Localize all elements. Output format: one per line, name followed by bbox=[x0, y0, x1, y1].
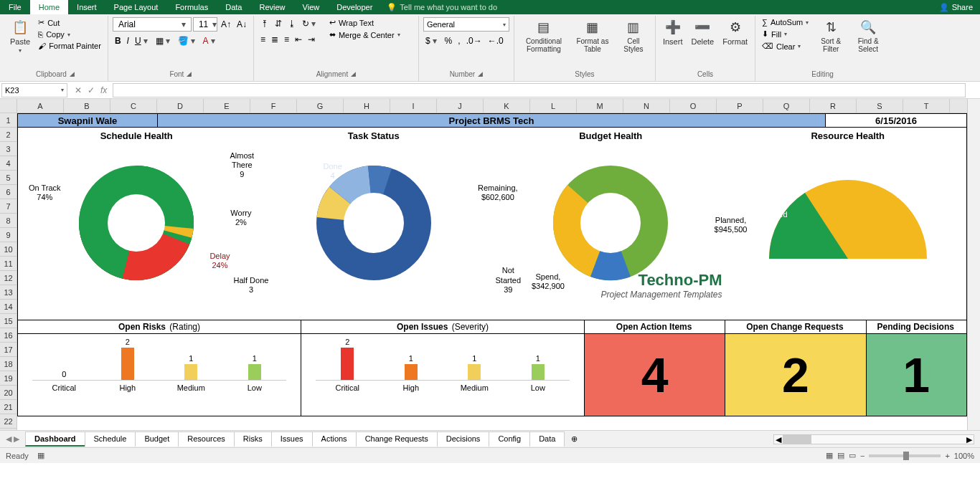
column-header[interactable]: E bbox=[204, 99, 250, 113]
align-top-button[interactable]: ⭱ bbox=[258, 17, 271, 30]
view-page-layout-button[interactable]: ▤ bbox=[837, 451, 844, 460]
sheet-tab[interactable]: Data bbox=[529, 431, 565, 447]
column-header[interactable]: H bbox=[344, 99, 390, 113]
align-bottom-button[interactable]: ⭳ bbox=[286, 17, 298, 30]
format-painter-button[interactable]: 🖌Format Painter bbox=[36, 41, 103, 51]
format-as-table-button[interactable]: ▦Format as Table bbox=[572, 17, 613, 54]
column-header[interactable]: G bbox=[297, 99, 344, 113]
autosum-button[interactable]: ∑AutoSum▾ bbox=[760, 17, 811, 27]
clear-button[interactable]: ⌫Clear▾ bbox=[760, 41, 811, 52]
fill-button[interactable]: ⬇Fill▾ bbox=[760, 29, 811, 39]
tab-data[interactable]: Data bbox=[217, 0, 250, 14]
dialog-launcher-icon[interactable]: ◢ bbox=[70, 70, 75, 78]
row-header[interactable]: 16 bbox=[0, 328, 17, 343]
row-header[interactable]: 18 bbox=[0, 357, 17, 371]
row-header[interactable]: 17 bbox=[0, 343, 17, 357]
column-header[interactable]: C bbox=[110, 99, 157, 113]
tab-review[interactable]: Review bbox=[250, 0, 293, 14]
sheet-tab[interactable]: Issues bbox=[271, 431, 313, 447]
decrease-indent-button[interactable]: ⇤ bbox=[293, 33, 304, 46]
font-name-select[interactable]: Arial▾ bbox=[113, 17, 192, 32]
cut-button[interactable]: ✂Cut bbox=[36, 17, 103, 28]
sheet-tab[interactable]: Decisions bbox=[437, 431, 490, 447]
new-sheet-button[interactable]: ⊕ bbox=[564, 434, 585, 444]
row-header[interactable]: 5 bbox=[0, 171, 17, 185]
row-header[interactable]: 20 bbox=[0, 386, 17, 400]
column-header[interactable]: L bbox=[530, 99, 577, 113]
find-select-button[interactable]: 🔍Find & Select bbox=[851, 17, 885, 54]
underline-button[interactable]: U▾ bbox=[133, 34, 152, 47]
column-header[interactable]: F bbox=[250, 99, 297, 113]
number-format-select[interactable]: General▾ bbox=[423, 17, 509, 32]
increase-decimal-button[interactable]: .0→ bbox=[464, 34, 484, 47]
zoom-value[interactable]: 100% bbox=[954, 452, 974, 460]
row-header[interactable]: 22 bbox=[0, 414, 17, 429]
column-header[interactable]: R bbox=[810, 99, 857, 113]
column-header[interactable]: N bbox=[623, 99, 670, 113]
row-header[interactable]: 3 bbox=[0, 142, 17, 156]
decrease-decimal-button[interactable]: ←.0 bbox=[486, 34, 506, 47]
column-header[interactable]: T bbox=[903, 99, 950, 113]
bold-button[interactable]: B bbox=[113, 34, 123, 47]
sheet-tab[interactable]: Config bbox=[489, 431, 530, 447]
tab-page-layout[interactable]: Page Layout bbox=[105, 0, 167, 14]
column-header[interactable]: I bbox=[390, 99, 437, 113]
row-header[interactable]: 9 bbox=[0, 228, 17, 242]
row-header[interactable]: 21 bbox=[0, 400, 17, 414]
dialog-launcher-icon[interactable]: ◢ bbox=[351, 70, 356, 78]
tab-file[interactable]: File bbox=[0, 0, 30, 14]
copy-button[interactable]: ⎘Copy▾ bbox=[36, 29, 103, 39]
column-header[interactable]: S bbox=[857, 99, 903, 113]
column-header[interactable]: D bbox=[157, 99, 204, 113]
sheet-nav-buttons[interactable]: ◀ ▶ bbox=[0, 434, 25, 444]
dialog-launcher-icon[interactable]: ◢ bbox=[187, 70, 192, 78]
column-header[interactable]: K bbox=[484, 99, 530, 113]
comma-button[interactable]: , bbox=[456, 34, 462, 47]
border-button[interactable]: ▦▾ bbox=[154, 34, 174, 47]
enter-formula-button[interactable]: ✓ bbox=[88, 85, 95, 95]
sheet-tab[interactable]: Actions bbox=[312, 431, 357, 447]
tab-developer[interactable]: Developer bbox=[328, 0, 381, 14]
tab-home[interactable]: Home bbox=[30, 0, 68, 14]
tab-formulas[interactable]: Formulas bbox=[166, 0, 217, 14]
dialog-launcher-icon[interactable]: ◢ bbox=[478, 70, 483, 78]
delete-cells-button[interactable]: ➖Delete bbox=[688, 17, 717, 47]
align-center-button[interactable]: ≣ bbox=[269, 33, 281, 46]
align-right-button[interactable]: ≡ bbox=[282, 33, 291, 46]
cancel-formula-button[interactable]: ✕ bbox=[75, 85, 82, 95]
tell-me-search[interactable]: 💡 Tell me what you want to do bbox=[387, 0, 497, 14]
column-header[interactable]: A bbox=[17, 99, 64, 113]
row-header[interactable]: 6 bbox=[0, 185, 17, 199]
row-header[interactable]: 11 bbox=[0, 257, 17, 271]
currency-button[interactable]: $▾ bbox=[423, 34, 441, 47]
share-button[interactable]: 👤 Share bbox=[932, 3, 980, 12]
insert-cells-button[interactable]: ➕Insert bbox=[660, 17, 686, 47]
row-header[interactable]: 13 bbox=[0, 285, 17, 300]
formula-input[interactable] bbox=[113, 83, 966, 97]
format-cells-button[interactable]: ⚙Format bbox=[720, 17, 750, 47]
sheet-tab[interactable]: Resources bbox=[178, 431, 235, 447]
increase-font-button[interactable]: A↑ bbox=[219, 18, 233, 31]
zoom-out-button[interactable]: − bbox=[860, 452, 864, 460]
row-header[interactable]: 23 bbox=[0, 429, 17, 430]
zoom-slider[interactable] bbox=[869, 454, 941, 457]
row-header[interactable]: 14 bbox=[0, 300, 17, 314]
horizontal-scrollbar[interactable]: ◀▶ bbox=[773, 434, 974, 444]
column-header[interactable]: J bbox=[437, 99, 484, 113]
zoom-in-button[interactable]: + bbox=[945, 452, 949, 460]
increase-indent-button[interactable]: ⇥ bbox=[306, 33, 317, 46]
row-header[interactable]: 4 bbox=[0, 156, 17, 171]
merge-center-button[interactable]: ⬌Merge & Center▾ bbox=[327, 29, 402, 40]
macro-record-icon[interactable]: ▦ bbox=[37, 451, 44, 460]
column-header[interactable]: P bbox=[717, 99, 763, 113]
row-header[interactable]: 10 bbox=[0, 242, 17, 257]
sheet-tab[interactable]: Change Requests bbox=[356, 431, 438, 447]
paste-button[interactable]: 📋 Paste ▾ bbox=[7, 17, 33, 55]
font-color-button[interactable]: A▾ bbox=[201, 34, 220, 47]
view-normal-button[interactable]: ▦ bbox=[826, 451, 833, 460]
percent-button[interactable]: % bbox=[443, 34, 455, 47]
row-header[interactable]: 8 bbox=[0, 214, 17, 228]
column-header[interactable]: Q bbox=[763, 99, 810, 113]
italic-button[interactable]: I bbox=[125, 34, 131, 47]
row-header[interactable]: 12 bbox=[0, 271, 17, 285]
